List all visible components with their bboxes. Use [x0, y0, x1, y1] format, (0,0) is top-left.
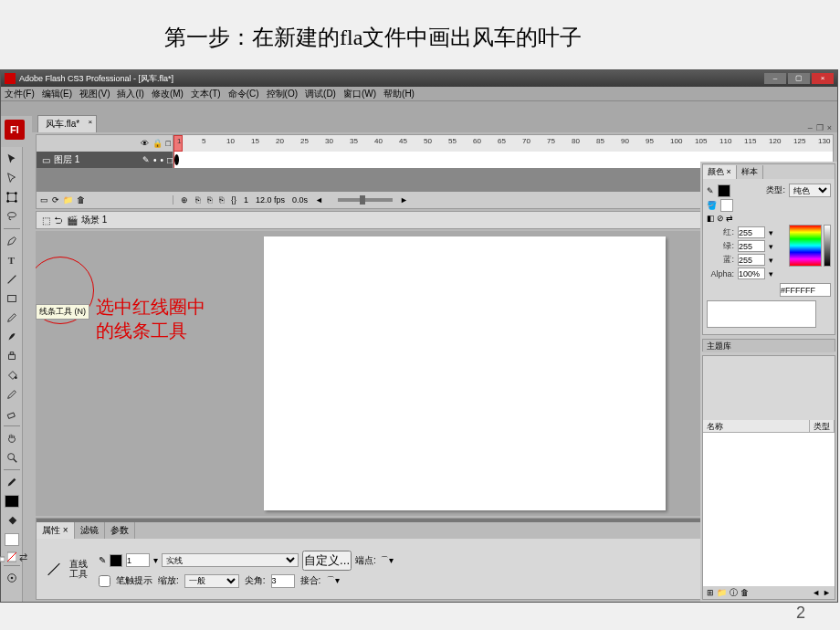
fill-color-value[interactable]: [4, 531, 20, 548]
swap-colors-icon[interactable]: ⇄: [19, 552, 28, 562]
fill-type-select[interactable]: 纯色: [789, 184, 831, 197]
zoom-tool[interactable]: [4, 449, 20, 466]
new-layer-icon[interactable]: ▭: [40, 195, 48, 205]
stroke-hinting-checkbox[interactable]: [99, 575, 110, 587]
library-list[interactable]: [703, 433, 835, 586]
visibility-header-icon[interactable]: 👁: [141, 139, 149, 148]
menu-edit[interactable]: 编辑(E): [42, 88, 72, 100]
library-col-type[interactable]: 类型: [810, 420, 835, 432]
pencil-tool[interactable]: [4, 310, 20, 326]
timeline-ruler[interactable]: 1510152025303540455055606570758085909510…: [173, 135, 833, 152]
menu-file[interactable]: 文件(F): [5, 88, 35, 100]
layer-visible-dot[interactable]: •: [153, 155, 157, 165]
red-input[interactable]: [738, 226, 765, 238]
close-button[interactable]: ×: [812, 73, 834, 84]
lock-header-icon[interactable]: 🔒: [152, 139, 163, 148]
doc-restore-icon[interactable]: ❐: [816, 123, 824, 132]
minimize-button[interactable]: –: [764, 73, 786, 84]
back-arrow-icon[interactable]: ⮌: [54, 215, 63, 226]
stroke-style-select[interactable]: 实线: [162, 553, 299, 567]
no-color-icon[interactable]: [7, 552, 16, 562]
selection-tool[interactable]: [4, 151, 20, 167]
stroke-color-box[interactable]: [718, 184, 730, 197]
hex-input[interactable]: [780, 283, 831, 297]
join-dropdown[interactable]: ⌒▾: [326, 574, 340, 587]
lib-scroll-right-icon[interactable]: ►: [823, 588, 831, 597]
menu-commands[interactable]: 命令(C): [228, 88, 259, 100]
line-tool[interactable]: [4, 271, 20, 288]
menu-modify[interactable]: 修改(M): [152, 88, 184, 100]
green-input[interactable]: [738, 240, 765, 252]
bw-default-icon[interactable]: ◧: [707, 214, 715, 223]
delete-layer-icon[interactable]: 🗑: [77, 195, 85, 205]
tab-color[interactable]: 颜色 ×: [703, 165, 737, 179]
subselection-tool[interactable]: [4, 170, 20, 186]
new-symbol-icon[interactable]: ⊞: [707, 588, 714, 597]
snap-option-icon[interactable]: [4, 570, 20, 586]
b-stepper-icon[interactable]: ▾: [769, 256, 773, 265]
document-tab[interactable]: 风车.fla* ×: [37, 115, 97, 132]
tab-parameters[interactable]: 参数: [105, 522, 135, 539]
doc-minimize-icon[interactable]: –: [808, 123, 813, 132]
new-motion-guide-icon[interactable]: ⟳: [52, 195, 59, 205]
edit-multi-icon[interactable]: ⎘: [219, 195, 224, 205]
paint-bucket-tool[interactable]: [4, 367, 20, 383]
tab-filters[interactable]: 滤镜: [75, 522, 105, 539]
scale-select[interactable]: 一般: [184, 574, 239, 588]
layer-row[interactable]: ▭ 图层 1 ✎ • • □: [37, 152, 173, 168]
swap-icon-r[interactable]: ⇄: [726, 214, 733, 223]
layer-outline-box[interactable]: □: [167, 155, 173, 165]
tab-properties[interactable]: 属性 ×: [37, 522, 75, 539]
keyframe-1[interactable]: [174, 154, 179, 165]
outline-header-icon[interactable]: □: [166, 139, 171, 148]
miter-input[interactable]: [271, 574, 295, 588]
custom-stroke-button[interactable]: 自定义...: [302, 551, 352, 571]
text-tool[interactable]: T: [4, 252, 20, 268]
collapsed-panel[interactable]: 主题库: [702, 339, 835, 352]
fill-color-swatch[interactable]: [4, 512, 20, 529]
stroke-weight-input[interactable]: [126, 553, 150, 567]
pen-tool[interactable]: [4, 233, 20, 249]
r-stepper-icon[interactable]: ▾: [769, 228, 773, 237]
new-folder-icon[interactable]: 📁: [63, 195, 73, 205]
no-color-icon-r[interactable]: ⊘: [717, 214, 724, 223]
timeline-scroll-left-icon[interactable]: ◄: [315, 195, 323, 205]
brush-tool[interactable]: [4, 329, 20, 345]
maximize-button[interactable]: ▢: [788, 73, 810, 84]
timeline-scroll-right-icon[interactable]: ►: [400, 195, 408, 205]
doc-close-icon[interactable]: ×: [827, 123, 832, 132]
ink-bottle-tool[interactable]: [4, 348, 20, 364]
layer-lock-dot[interactable]: •: [160, 155, 163, 165]
hue-picker[interactable]: [789, 225, 822, 267]
rectangle-tool[interactable]: [4, 290, 20, 307]
cap-dropdown[interactable]: ⌒▾: [380, 554, 394, 567]
library-col-name[interactable]: 名称: [703, 420, 810, 432]
weight-stepper-icon[interactable]: ▾: [153, 555, 158, 565]
eraser-tool[interactable]: [4, 405, 20, 422]
free-transform-tool[interactable]: [4, 189, 20, 205]
tab-swatches[interactable]: 样本: [737, 165, 763, 179]
onion-skin-icon[interactable]: ⎘: [195, 195, 200, 205]
new-folder-lib-icon[interactable]: 📁: [717, 588, 727, 597]
luminance-slider[interactable]: [824, 225, 831, 267]
stage-canvas[interactable]: [264, 236, 666, 510]
lasso-tool[interactable]: [4, 208, 20, 225]
black-white-icon[interactable]: [0, 552, 5, 562]
alpha-input[interactable]: [738, 268, 765, 279]
lib-scroll-left-icon[interactable]: ◄: [812, 588, 820, 597]
delete-lib-icon[interactable]: 🗑: [740, 588, 749, 597]
eyedropper-tool[interactable]: [4, 386, 20, 403]
scene-name[interactable]: 场景 1: [81, 214, 107, 226]
menu-debug[interactable]: 调试(D): [305, 88, 336, 100]
stroke-color-swatch[interactable]: [4, 474, 20, 490]
blue-input[interactable]: [738, 254, 765, 266]
fill-color-box[interactable]: [720, 199, 733, 212]
alpha-stepper-icon[interactable]: ▾: [769, 269, 773, 278]
menu-view[interactable]: 视图(V): [79, 88, 110, 100]
onion-outline-icon[interactable]: ⎘: [207, 195, 212, 205]
menu-control[interactable]: 控制(O): [267, 88, 298, 100]
menu-text[interactable]: 文本(T): [191, 88, 221, 100]
tab-close-icon[interactable]: ×: [89, 118, 93, 126]
stroke-color-picker[interactable]: [110, 554, 122, 567]
menu-help[interactable]: 帮助(H): [383, 88, 415, 100]
